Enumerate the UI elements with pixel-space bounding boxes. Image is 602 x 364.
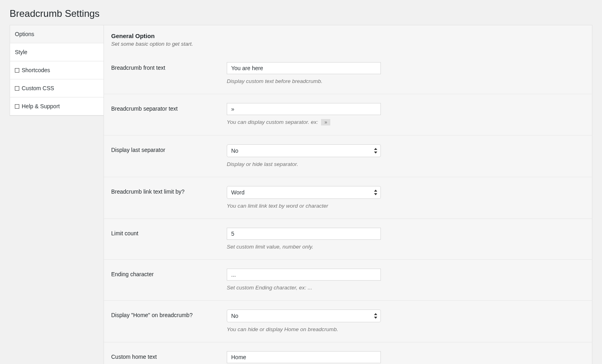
settings-sidebar: Options Style Shortcodes Custom CSS Help…	[10, 25, 104, 116]
field-limit-by: Breadcrumb link text limit by? You can l…	[104, 177, 592, 219]
sidebar-item-label: Custom CSS	[22, 85, 54, 91]
field-label: Display "Home" on breadcrumb?	[111, 309, 227, 332]
field-help: You can hide or display Home on breadcru…	[227, 326, 585, 332]
field-ending-char: Ending character Set custom Ending chara…	[104, 260, 592, 301]
field-help: You can limit link text by word or chara…	[227, 203, 585, 209]
limit-by-select[interactable]	[227, 186, 381, 199]
field-label: Breadcrumb link text limit by?	[111, 186, 227, 209]
front-text-input[interactable]	[227, 62, 381, 74]
sidebar-item-options[interactable]: Options	[10, 25, 104, 43]
display-home-select[interactable]	[227, 309, 381, 322]
field-help: Display custom text before breadcrumb.	[227, 78, 585, 84]
settings-content: General Option Set some basic option to …	[104, 25, 592, 364]
field-separator-text: Breadcrumb separator text You can displa…	[104, 94, 592, 135]
last-separator-select[interactable]	[227, 144, 381, 157]
sidebar-item-help-support[interactable]: Help & Support	[10, 97, 104, 115]
help-code-example: »	[321, 119, 330, 125]
field-label: Ending character	[111, 269, 227, 291]
field-display-home: Display "Home" on breadcrumb? You can hi…	[104, 301, 592, 342]
box-icon	[15, 68, 19, 73]
field-label: Breadcrumb front text	[111, 62, 227, 84]
sidebar-item-shortcodes[interactable]: Shortcodes	[10, 61, 104, 79]
field-label: Display last separator	[111, 144, 227, 167]
sidebar-item-custom-css[interactable]: Custom CSS	[10, 79, 104, 97]
sidebar-item-label: Style	[15, 49, 27, 55]
sidebar-item-style[interactable]: Style	[10, 43, 104, 61]
field-help: Set custom limit value, number only.	[227, 244, 585, 250]
sidebar-item-label: Shortcodes	[22, 67, 50, 73]
field-last-separator: Display last separator Display or hide l…	[104, 135, 592, 177]
sidebar-item-label: Help & Support	[22, 103, 60, 109]
limit-count-input[interactable]	[227, 228, 381, 240]
field-limit-count: Limit count Set custom limit value, numb…	[104, 219, 592, 260]
separator-text-input[interactable]	[227, 103, 381, 115]
field-front-text: Breadcrumb front text Display custom tex…	[104, 53, 592, 94]
field-home-text: Custom home text You can set custom text…	[104, 342, 592, 364]
page-title: Breadcrumb Settings	[10, 8, 592, 19]
box-icon	[15, 86, 19, 91]
box-icon	[15, 104, 19, 109]
field-help: Display or hide last separator.	[227, 161, 585, 167]
field-label: Custom home text	[111, 351, 227, 364]
ending-char-input[interactable]	[227, 269, 381, 281]
section-title: General Option	[111, 32, 585, 39]
sidebar-item-label: Options	[15, 31, 34, 37]
field-label: Limit count	[111, 228, 227, 250]
section-description: Set some basic option to get start.	[111, 41, 585, 47]
field-label: Breadcrumb separator text	[111, 103, 227, 125]
field-help: Set custom Ending character, ex: ...	[227, 285, 585, 291]
home-text-input[interactable]	[227, 351, 381, 363]
field-help: You can display custom separator. ex: »	[227, 119, 585, 125]
